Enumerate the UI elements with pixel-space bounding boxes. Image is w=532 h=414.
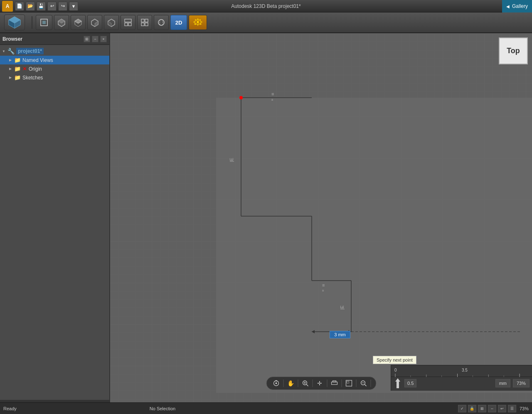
sketches-arrow[interactable]: ▶ <box>8 76 12 80</box>
tb-settings-button[interactable] <box>189 15 207 30</box>
statusbar-right: ✓ 🔒 ⊞ ↔ ↩ ☰ 73% <box>458 405 529 412</box>
svg-text:≡: ≡ <box>322 283 325 288</box>
bt-sep5 <box>341 380 342 387</box>
tb-top-button[interactable] <box>71 15 86 30</box>
status-icon4[interactable]: ↔ <box>488 405 496 412</box>
browser-header: Browser ⊞ − × <box>0 33 109 45</box>
svg-point-21 <box>158 20 164 25</box>
named-views-icon: 📁 <box>14 57 21 63</box>
browser-panel: Browser ⊞ − × ▼ 🔧 project01* ▶ 📁 Named V… <box>0 33 110 402</box>
tb-front-button[interactable] <box>54 15 69 30</box>
project-label: project01* <box>16 48 44 54</box>
origin-item[interactable]: ▶ 📁 ✕ Origin <box>0 64 109 73</box>
svg-rect-15 <box>125 23 128 26</box>
svg-point-50 <box>276 380 277 382</box>
named-views-arrow[interactable]: ▶ <box>8 58 12 62</box>
bt-sep2 <box>298 380 298 387</box>
orbit-tool-button[interactable] <box>271 378 281 388</box>
more-button[interactable]: ▼ <box>69 2 78 11</box>
tb-2d-button[interactable]: 2D <box>170 15 187 30</box>
main-toolbar: 2D <box>0 12 532 33</box>
svg-point-41 <box>239 96 243 99</box>
redo-button[interactable]: ↪ <box>58 2 67 11</box>
svg-rect-18 <box>145 19 148 22</box>
svg-marker-8 <box>75 19 81 23</box>
tb-split-button[interactable] <box>121 15 135 30</box>
dimension-input[interactable]: 3 mm <box>330 331 350 338</box>
browser-icon1[interactable]: ⊞ <box>84 36 90 42</box>
tb-back-button[interactable] <box>104 15 119 30</box>
svg-line-52 <box>306 384 308 386</box>
coord-value: 0.5 <box>407 381 414 386</box>
svg-rect-19 <box>141 23 144 26</box>
bottom-toolbar: ✋ ✛ <box>266 377 376 390</box>
titlebar-left-icons: A 📄 📂 💾 ↩ ↪ ▼ <box>0 0 78 12</box>
svg-text:≡: ≡ <box>271 98 273 102</box>
svg-rect-5 <box>42 21 46 24</box>
svg-point-24 <box>197 21 199 23</box>
status-selection: No Selection <box>150 406 175 411</box>
sketches-item[interactable]: ▶ 📁 Sketches <box>0 73 109 82</box>
named-views-item[interactable]: ▶ 📁 Named Views <box>0 56 109 64</box>
browser-title: Browser <box>2 36 22 42</box>
svg-rect-25 <box>194 24 196 25</box>
save-button[interactable]: 💾 <box>37 2 46 11</box>
tb-freeform-button[interactable] <box>36 15 52 30</box>
select-tool-button[interactable] <box>343 378 354 388</box>
tb-orbit-button[interactable] <box>154 15 169 30</box>
view-label[interactable]: Top <box>499 37 528 64</box>
unit-selector[interactable]: mm <box>495 379 510 387</box>
zoom-value: 73% <box>517 381 526 386</box>
status-icon5[interactable]: ↩ <box>498 405 506 412</box>
status-icon6[interactable]: ☰ <box>508 405 516 412</box>
zoom-fit-button[interactable] <box>300 378 310 388</box>
bt-sep1 <box>283 380 283 387</box>
svg-line-60 <box>365 384 366 386</box>
browser-close-button[interactable]: × <box>100 36 107 42</box>
bt-sep4 <box>327 380 327 387</box>
browser-header-icons: ⊞ − × <box>84 36 107 42</box>
status-icon1[interactable]: ✓ <box>458 405 466 412</box>
app-icon[interactable]: A <box>2 0 13 12</box>
statusbar: Ready No Selection ✓ 🔒 ⊞ ↔ ↩ ☰ 73% <box>0 402 532 414</box>
named-views-label: Named Views <box>22 57 53 63</box>
status-icon2[interactable]: 🔒 <box>468 405 476 412</box>
svg-rect-17 <box>141 19 144 22</box>
tooltip: Specify next point <box>373 356 416 364</box>
gallery-bar[interactable]: ◀ Gallery <box>502 0 532 12</box>
app-title: Autodesk 123D Beta project01* <box>231 3 300 9</box>
origin-label: Origin <box>29 66 42 72</box>
tb-grid4-button[interactable] <box>137 15 152 30</box>
pan-tool-button[interactable]: ✋ <box>285 378 296 388</box>
browser-icon2[interactable]: − <box>92 36 99 42</box>
svg-rect-16 <box>128 23 131 26</box>
status-zoom: 73% <box>520 406 529 411</box>
undo-button[interactable]: ↩ <box>47 2 57 11</box>
status-icon3[interactable]: ⊞ <box>478 405 486 412</box>
ruler-area: 0 3.5 <box>391 365 532 391</box>
move-tool-button[interactable] <box>329 378 340 388</box>
main-layout: Browser ⊞ − × ▼ 🔧 project01* ▶ 📁 Named V… <box>0 33 532 402</box>
snap-button[interactable]: ✛ <box>314 378 325 388</box>
3d-view-button[interactable] <box>4 15 25 30</box>
svg-text:|E: |E <box>229 158 234 162</box>
zoom-input[interactable]: 73% <box>513 379 530 387</box>
project-expand-arrow[interactable]: ▼ <box>2 49 6 53</box>
grid-canvas: ≡ ≡ |E ≡ ≡ |E <box>110 33 532 402</box>
tb-side-button[interactable] <box>87 15 102 30</box>
open-button[interactable]: 📂 <box>26 2 35 11</box>
zoom-tool-button[interactable] <box>358 378 369 388</box>
project-icon: 🔧 <box>7 48 15 54</box>
dim-value: 3 mm <box>334 332 346 337</box>
svg-text:≡: ≡ <box>322 289 324 293</box>
svg-marker-71 <box>395 378 400 388</box>
viewport[interactable]: ≡ ≡ |E ≡ ≡ |E Top 3 mm Specify next poin… <box>110 33 532 402</box>
origin-arrow[interactable]: ▶ <box>8 67 12 71</box>
project-root-item[interactable]: ▼ 🔧 project01* <box>0 47 109 56</box>
separator-1 <box>32 16 32 29</box>
unit-label: mm <box>499 381 507 386</box>
bt-sep6 <box>356 380 356 387</box>
new-button[interactable]: 📄 <box>15 2 24 11</box>
svg-rect-26 <box>200 24 202 25</box>
svg-rect-56 <box>332 381 336 382</box>
